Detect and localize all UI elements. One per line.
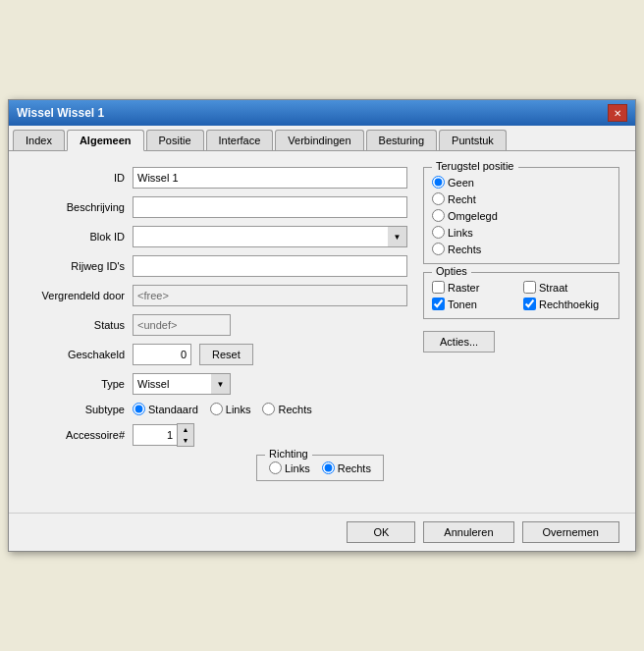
- tab-positie[interactable]: Positie: [146, 130, 204, 150]
- tonen-label: Tonen: [448, 298, 477, 310]
- terugstel-geen-label: Geen: [448, 177, 474, 189]
- vergrendeld-label: Vergrendeld door: [25, 290, 133, 301]
- richting-rechts-label: Rechts: [338, 462, 371, 474]
- tab-puntstuk[interactable]: Puntstuk: [439, 130, 507, 150]
- beschrijving-input[interactable]: [133, 196, 407, 218]
- status-row: Status: [25, 314, 407, 336]
- terugstel-omgelegd[interactable]: Omgelegd: [432, 209, 611, 222]
- rechthoekig-checkbox[interactable]: [523, 298, 536, 310]
- spinner-down-button[interactable]: ▼: [178, 435, 193, 446]
- id-label: ID: [25, 172, 133, 184]
- terugstel-omgelegd-label: Omgelegd: [448, 210, 498, 222]
- accessoire-label: Accessoire#: [25, 429, 133, 441]
- terugstel-radio-group: Geen Recht Omgelegd Links: [432, 176, 611, 255]
- titlebar-buttons: ✕: [608, 104, 627, 122]
- rijweg-ids-input[interactable]: [133, 255, 407, 277]
- subtype-standaard-label: Standaard: [148, 404, 198, 415]
- acties-button[interactable]: Acties...: [423, 331, 495, 353]
- reset-button[interactable]: Reset: [199, 344, 253, 365]
- richting-container: Richting Links Rechts: [140, 455, 384, 489]
- status-label: Status: [25, 319, 133, 331]
- terugstel-links-radio[interactable]: [432, 226, 445, 239]
- id-input[interactable]: [133, 167, 407, 189]
- annuleren-button[interactable]: Annuleren: [423, 521, 513, 543]
- tab-index[interactable]: Index: [13, 130, 65, 150]
- spinner-buttons: ▲ ▼: [177, 423, 194, 447]
- richting-rechts[interactable]: Rechts: [322, 461, 371, 474]
- opties-rechthoekig[interactable]: Rechthoekig: [523, 298, 611, 310]
- tab-bar: Index Algemeen Positie Interface Verbind…: [9, 126, 635, 151]
- subtype-standaard-radio[interactable]: [133, 403, 145, 415]
- id-row: ID: [25, 167, 407, 189]
- straat-label: Straat: [539, 282, 567, 294]
- rechthoekig-label: Rechthoekig: [539, 298, 599, 310]
- richting-links[interactable]: Links: [269, 461, 310, 474]
- subtype-links-radio[interactable]: [210, 403, 223, 415]
- richting-links-label: Links: [285, 462, 310, 474]
- terugstel-geen-radio[interactable]: [432, 176, 445, 189]
- subtype-rechts-radio[interactable]: [262, 403, 275, 415]
- richting-legend: Richting: [265, 448, 312, 460]
- straat-checkbox[interactable]: [523, 281, 536, 294]
- subtype-radio-group: Standaard Links Rechts: [133, 403, 312, 415]
- terugstel-links[interactable]: Links: [432, 226, 611, 239]
- ok-button[interactable]: OK: [347, 521, 415, 543]
- subtype-rechts-label: Rechts: [278, 404, 311, 415]
- status-input: [133, 314, 231, 336]
- titlebar: Wissel Wissel 1 ✕: [9, 100, 635, 126]
- blok-id-select[interactable]: [133, 226, 407, 247]
- beschrijving-row: Beschrijving: [25, 196, 407, 218]
- close-button[interactable]: ✕: [608, 104, 627, 122]
- opties-group: Opties Raster Straat Tonen: [423, 272, 619, 319]
- subtype-standaard[interactable]: Standaard: [133, 403, 198, 415]
- richting-links-radio[interactable]: [269, 461, 282, 474]
- terugstel-rechts-radio[interactable]: [432, 243, 445, 255]
- terugstel-omgelegd-radio[interactable]: [432, 209, 445, 222]
- richting-group: Richting Links Rechts: [256, 455, 384, 481]
- left-column: ID Beschrijving Blok ID ▼: [25, 167, 407, 497]
- terugstel-links-label: Links: [448, 227, 473, 239]
- terugstel-group: Terugstel positie Geen Recht Omgelegd: [423, 167, 619, 264]
- terugstel-rechts[interactable]: Rechts: [432, 243, 611, 255]
- richting-radio-group: Links Rechts: [269, 461, 371, 474]
- accessoire-input[interactable]: [133, 424, 177, 446]
- bottom-bar: OK Annuleren Overnemen: [9, 513, 635, 551]
- subtype-row: Subtype Standaard Links Rechts: [25, 403, 407, 415]
- terugstel-geen[interactable]: Geen: [432, 176, 611, 189]
- rijweg-ids-label: Rijweg ID's: [25, 260, 133, 272]
- tab-interface[interactable]: Interface: [206, 130, 274, 150]
- terugstel-recht-radio[interactable]: [432, 192, 445, 205]
- opties-raster[interactable]: Raster: [432, 281, 519, 294]
- subtype-rechts[interactable]: Rechts: [262, 403, 311, 415]
- main-window: Wissel Wissel 1 ✕ Index Algemeen Positie…: [8, 99, 636, 552]
- subtype-links-label: Links: [226, 404, 251, 415]
- blok-id-select-wrap: ▼: [133, 226, 407, 247]
- richting-rechts-radio[interactable]: [322, 461, 335, 474]
- right-column: Terugstel positie Geen Recht Omgelegd: [423, 167, 619, 497]
- geschakeld-input[interactable]: [133, 344, 191, 365]
- spinner-up-button[interactable]: ▲: [178, 424, 193, 435]
- terugstel-recht[interactable]: Recht: [432, 192, 611, 205]
- geschakeld-label: Geschakeld: [25, 349, 133, 360]
- type-label: Type: [25, 378, 133, 390]
- tab-algemeen[interactable]: Algemeen: [67, 130, 144, 151]
- window-title: Wissel Wissel 1: [17, 106, 104, 120]
- opties-tonen[interactable]: Tonen: [432, 298, 519, 310]
- opties-straat[interactable]: Straat: [523, 281, 611, 294]
- tab-besturing[interactable]: Besturing: [366, 130, 437, 150]
- subtype-links[interactable]: Links: [210, 403, 251, 415]
- terugstel-rechts-label: Rechts: [448, 244, 481, 255]
- tab-verbindingen[interactable]: Verbindingen: [275, 130, 363, 150]
- blok-id-label: Blok ID: [25, 231, 133, 243]
- raster-label: Raster: [448, 282, 479, 294]
- tonen-checkbox[interactable]: [432, 298, 445, 310]
- type-select-wrap: Wissel ▼: [133, 373, 231, 395]
- terugstel-recht-label: Recht: [448, 193, 476, 205]
- tab-content: ID Beschrijving Blok ID ▼: [9, 151, 635, 513]
- opties-legend: Opties: [432, 265, 471, 277]
- overnemen-button[interactable]: Overnemen: [522, 521, 619, 543]
- type-select[interactable]: Wissel: [133, 373, 231, 395]
- raster-checkbox[interactable]: [432, 281, 445, 294]
- terugstel-legend: Terugstel positie: [432, 160, 518, 172]
- rijweg-ids-row: Rijweg ID's: [25, 255, 407, 277]
